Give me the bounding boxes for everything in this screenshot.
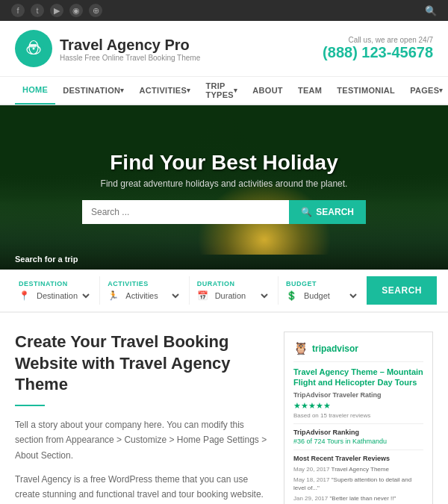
search-filters-bar: DESTINATION 📍 Destination ACTIVITIES 🏃 A… xyxy=(0,270,448,313)
duration-select-wrapper: 📅 Duration xyxy=(197,290,270,301)
budget-label: BUDGET xyxy=(286,280,359,287)
filter-search-button[interactable]: SEARCH xyxy=(367,276,437,305)
ta-review-1: May 20, 2017 Travel Agency Theme xyxy=(293,465,423,473)
social-links: f t ▶ ◉ ⊕ xyxy=(11,4,102,17)
logo-text: Travel Agency Pro Hassle Free Online Tra… xyxy=(60,36,200,62)
activities-select-wrapper: 🏃 Activities xyxy=(108,290,181,301)
destination-label: DESTINATION xyxy=(19,280,92,287)
header: Travel Agency Pro Hassle Free Online Tra… xyxy=(0,21,448,77)
nav-pages[interactable]: PAGES xyxy=(402,76,448,105)
ta-logo-text: tripadvisor xyxy=(312,343,358,354)
search-icon: 🔍 xyxy=(301,207,312,217)
content-paragraph-1: Tell a story about your company here. Yo… xyxy=(15,417,269,463)
destination-icon: 📍 xyxy=(19,290,30,301)
nav-testimonial[interactable]: TESTIMONIAL xyxy=(329,76,402,105)
ta-rating-text: Based on 15 traveler reviews xyxy=(293,412,423,419)
hero-search-input[interactable] xyxy=(82,200,289,224)
ta-divider-3 xyxy=(293,449,423,450)
content-divider xyxy=(15,405,45,406)
budget-dropdown[interactable]: Budget xyxy=(301,290,359,301)
activities-filter[interactable]: ACTIVITIES 🏃 Activities xyxy=(100,276,189,305)
top-search-icon[interactable]: 🔍 xyxy=(425,5,437,16)
ta-logo: 🦉 tripadvisor xyxy=(293,341,423,355)
nav-about[interactable]: ABOUT xyxy=(245,76,290,105)
hero-subtitle: Find great adventure holidays and activi… xyxy=(82,178,366,189)
youtube-link[interactable]: ▶ xyxy=(50,4,63,17)
top-bar: f t ▶ ◉ ⊕ 🔍 xyxy=(0,0,448,21)
nav-trip-types[interactable]: TRIP TYPES xyxy=(198,76,245,105)
nav-destination[interactable]: DESTINATION xyxy=(55,76,131,105)
main-content: Create Your Travel Booking Website with … xyxy=(0,313,448,504)
content-paragraph-2: Travel Agency is a free WordPress theme … xyxy=(15,472,269,504)
duration-label: DURATION xyxy=(197,280,270,287)
ta-review-3: Jan 29, 2017 "Better late than never !!" xyxy=(293,494,423,503)
ta-reviews-label: Most Recent Traveler Reviews xyxy=(293,455,423,462)
site-title: Travel Agency Pro xyxy=(60,36,200,54)
logo-area: Travel Agency Pro Hassle Free Online Tra… xyxy=(15,30,200,67)
ta-trip-title[interactable]: Travel Agency Theme – Mountain Flight an… xyxy=(293,367,423,388)
destination-dropdown[interactable]: Destination xyxy=(34,290,92,301)
hero-search-button-label: SEARCH xyxy=(316,207,354,217)
activities-label: ACTIVITIES xyxy=(108,280,181,287)
ta-ranking-label: TripAdvisor Ranking xyxy=(293,429,423,436)
duration-filter[interactable]: DURATION 📅 Duration xyxy=(190,276,279,305)
activities-dropdown[interactable]: Activities xyxy=(122,290,181,301)
nav-home[interactable]: HOME xyxy=(15,76,55,105)
content-title: Create Your Travel Booking Website with … xyxy=(15,332,269,396)
nav-activities[interactable]: ACTIVITIES xyxy=(132,76,199,105)
destination-filter[interactable]: DESTINATION 📍 Destination xyxy=(11,276,100,305)
destination-select-wrapper: 📍 Destination xyxy=(19,290,92,301)
phone-number: (888) 123-45678 xyxy=(323,44,433,61)
logo-icon xyxy=(15,30,52,67)
logo-svg xyxy=(22,37,45,60)
instagram-link[interactable]: ◉ xyxy=(69,4,83,17)
budget-icon: 💲 xyxy=(286,290,297,301)
ta-divider-2 xyxy=(293,423,423,424)
hero-search-bar: 🔍 SEARCH xyxy=(82,200,366,224)
hero-content: Find Your Best Holiday Find great advent… xyxy=(67,151,381,224)
ta-ranking-text: #36 of 724 Tours in Kathmandu xyxy=(293,438,423,445)
call-text: Call us, we are open 24/7 xyxy=(323,36,433,44)
main-nav: HOME DESTINATION ACTIVITIES TRIP TYPES A… xyxy=(0,77,448,105)
pinterest-link[interactable]: ⊕ xyxy=(89,4,102,17)
facebook-link[interactable]: f xyxy=(11,4,25,17)
header-contact: Call us, we are open 24/7 (888) 123-4567… xyxy=(323,36,433,61)
hero-search-label: Search for a trip xyxy=(15,255,78,264)
duration-icon: 📅 xyxy=(197,290,208,301)
site-tagline: Hassle Free Online Travel Booking Theme xyxy=(60,54,200,62)
ta-review-2: May 18, 2017 "Superb attention to detail… xyxy=(293,476,423,492)
content-right: 🦉 tripadvisor Travel Agency Theme – Moun… xyxy=(284,332,433,504)
hero-search-button[interactable]: 🔍 SEARCH xyxy=(289,200,366,224)
duration-dropdown[interactable]: Duration xyxy=(212,290,270,301)
content-left: Create Your Travel Booking Website with … xyxy=(15,332,269,504)
budget-filter[interactable]: BUDGET 💲 Budget xyxy=(279,276,367,305)
budget-select-wrapper: 💲 Budget xyxy=(286,290,359,301)
hero-title: Find Your Best Holiday xyxy=(82,151,366,175)
ta-stars: ★★★★★ xyxy=(293,401,423,411)
nav-team[interactable]: TEAM xyxy=(290,76,329,105)
twitter-link[interactable]: t xyxy=(31,4,44,17)
activities-icon: 🏃 xyxy=(108,290,119,301)
ta-owl-icon: 🦉 xyxy=(293,341,308,355)
svg-point-3 xyxy=(33,48,35,50)
ta-divider-1 xyxy=(293,361,423,362)
hero-section: Find Your Best Holiday Find great advent… xyxy=(0,105,448,270)
ta-rating-label: TripAdvisor Traveler Rating xyxy=(293,391,423,399)
tripadvisor-widget: 🦉 tripadvisor Travel Agency Theme – Moun… xyxy=(284,332,433,504)
